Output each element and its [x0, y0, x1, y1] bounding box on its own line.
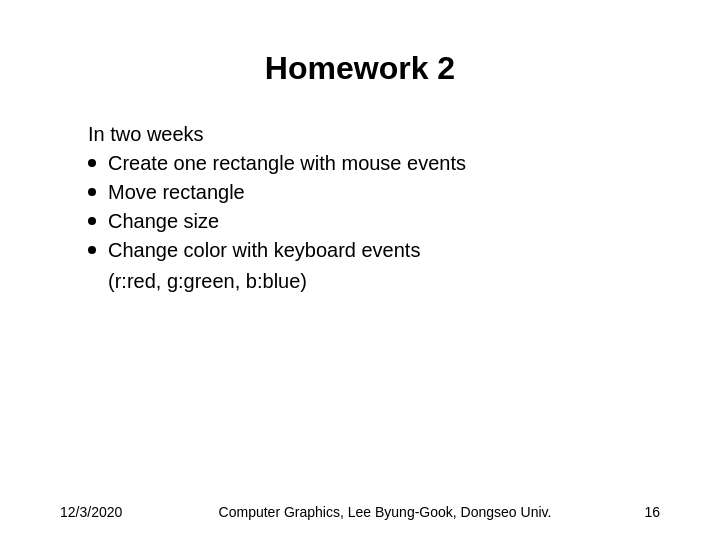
bullet-text: Create one rectangle with mouse events — [108, 152, 466, 175]
footer: 12/3/2020 Computer Graphics, Lee Byung-G… — [60, 504, 660, 520]
content-area: In two weeks Create one rectangle with m… — [60, 123, 660, 510]
bullet-text: Move rectangle — [108, 181, 245, 204]
list-item: Change size — [60, 210, 660, 233]
list-item: Create one rectangle with mouse events — [60, 152, 660, 175]
bullet-text: Change color with keyboard events — [108, 239, 420, 262]
list-item: Change color with keyboard events — [60, 239, 660, 262]
footer-center: Computer Graphics, Lee Byung-Gook, Dongs… — [140, 504, 630, 520]
slide: Homework 2 In two weeks Create one recta… — [0, 0, 720, 540]
sub-text: (r:red, g:green, b:blue) — [108, 270, 660, 293]
intro-text: In two weeks — [88, 123, 660, 146]
bullet-text: Change size — [108, 210, 219, 233]
bullet-icon — [88, 246, 96, 254]
list-item: Move rectangle — [60, 181, 660, 204]
bullet-icon — [88, 217, 96, 225]
footer-date: 12/3/2020 — [60, 504, 140, 520]
bullet-icon — [88, 188, 96, 196]
bullet-icon — [88, 159, 96, 167]
bullet-list: Create one rectangle with mouse events M… — [60, 152, 660, 268]
slide-title: Homework 2 — [60, 50, 660, 87]
footer-page: 16 — [630, 504, 660, 520]
